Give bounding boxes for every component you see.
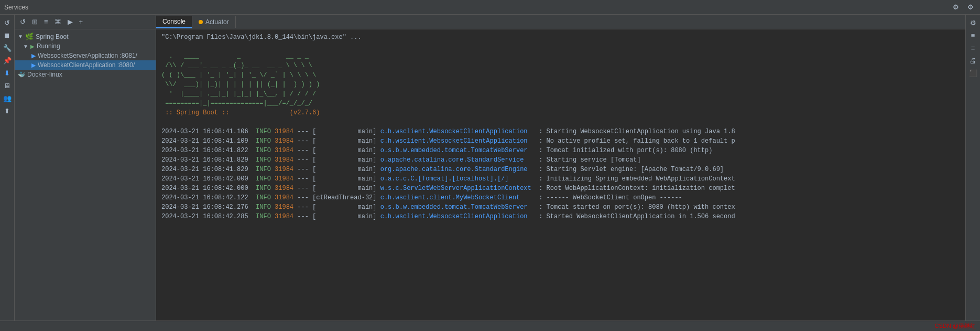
running-label: Running: [37, 42, 60, 50]
server-app-label: WebsocketServerApplication :8081/: [38, 52, 137, 59]
title-bar-right: ⚙ ⚙: [951, 2, 976, 12]
log-line-8: 2024-03-21 16:08:42.122 INFO 31984 --- […: [161, 194, 682, 201]
sidebar-tree: ▼ 🌿 Spring Boot ▼ ▶ Running ▶ WebsocketS…: [15, 29, 156, 321]
restart-btn[interactable]: ↺: [2, 17, 13, 28]
tree-item-springboot[interactable]: ▼ 🌿 Spring Boot: [15, 31, 156, 41]
right-menu-btn[interactable]: ≡: [967, 29, 979, 41]
command-line: "C:\Program Files\Java\jdk1.8.0_144\bin\…: [161, 34, 362, 41]
screen-btn[interactable]: 🖥: [2, 80, 13, 91]
stop-btn[interactable]: ⏹: [2, 29, 13, 41]
tab-console-label: Console: [162, 18, 186, 25]
actuator-dot-icon: [199, 20, 203, 24]
running-arrow: ▼: [23, 44, 28, 49]
run-btn[interactable]: ▶: [66, 17, 75, 27]
log-line-3: 2024-03-21 16:08:41.822 INFO 31984 --- […: [161, 147, 712, 154]
banner-version: :: Spring Boot :: (v2.7.6): [161, 109, 320, 116]
client-app-label: WebsocketClientApplication :8080/: [38, 61, 135, 69]
sidebar-toolbar: ↺ ⊞ ≡ ⌘ ▶ +: [15, 15, 156, 29]
gear-icon-btn[interactable]: ⚙: [965, 2, 976, 12]
group-filter-btn[interactable]: ≡: [42, 17, 50, 27]
right-square-btn[interactable]: ⬛: [967, 67, 979, 79]
title-bar-left: Services: [4, 4, 28, 11]
console-output[interactable]: "C:\Program Files\Java\jdk1.8.0_144\bin\…: [156, 29, 965, 321]
tab-actuator-label: Actuator: [205, 18, 229, 26]
springboot-label: Spring Boot: [36, 33, 69, 40]
tree-item-running[interactable]: ▼ ▶ Running: [15, 41, 156, 51]
right-settings-btn[interactable]: ⚙: [967, 17, 979, 28]
spring-banner: . ____ _ __ _ _ /\\ / ___'_ __ _ _(_)_ _…: [161, 52, 320, 107]
pin-btn[interactable]: 📌: [2, 55, 13, 66]
group-btn[interactable]: 👥: [2, 92, 13, 104]
console-tabs: Console Actuator: [156, 15, 965, 29]
right-toolbar: ⚙ ≡ ≡ 🖨 ⬛: [965, 15, 980, 321]
server-app-icon: ▶: [31, 52, 36, 59]
tree-item-docker[interactable]: 🐳 Docker-linux: [15, 70, 156, 79]
main-layout: ↺ ⏹ 🔧 📌 ⬇ 🖥 👥 ⬆ ↺ ⊞ ≡ ⌘ ▶ + ▼ 🌿 Spring B…: [0, 15, 980, 321]
tab-actuator[interactable]: Actuator: [192, 16, 236, 28]
log-line-5: 2024-03-21 16:08:41.829 INFO 31984 --- […: [161, 166, 724, 173]
title-bar: Services ⚙ ⚙: [0, 0, 980, 15]
springboot-icon: 🌿: [25, 33, 34, 40]
right-lines-btn[interactable]: ≡: [967, 42, 979, 54]
attribution: CSDN @侯继红: [935, 322, 976, 330]
springboot-arrow: ▼: [18, 34, 23, 39]
wrench-btn[interactable]: 🔧: [2, 42, 13, 54]
filter-btn[interactable]: ⌘: [52, 17, 63, 27]
client-app-icon: ▶: [31, 62, 36, 69]
tree-item-server-app[interactable]: ▶ WebsocketServerApplication :8081/: [15, 51, 156, 60]
log-line-4: 2024-03-21 16:08:41.829 INFO 31984 --- […: [161, 156, 641, 164]
tab-console[interactable]: Console: [156, 16, 192, 28]
log-line-1: 2024-03-21 16:08:41.106 INFO 31984 --- […: [161, 128, 735, 135]
upload-btn[interactable]: ⬆: [2, 105, 13, 116]
log-line-9: 2024-03-21 16:08:42.276 INFO 31984 --- […: [161, 204, 735, 211]
docker-icon: 🐳: [18, 71, 25, 78]
right-print-btn[interactable]: 🖨: [967, 55, 979, 66]
expand-all-btn[interactable]: ⊞: [30, 17, 40, 27]
log-line-2: 2024-03-21 16:08:41.109 INFO 31984 --- […: [161, 137, 735, 145]
title-bar-title: Services: [4, 4, 28, 11]
left-toolbar: ↺ ⏹ 🔧 📌 ⬇ 🖥 👥 ⬆: [0, 15, 15, 321]
tree-item-client-app[interactable]: ▶ WebsocketClientApplication :8080/: [15, 60, 156, 70]
log-line-10: 2024-03-21 16:08:42.285 INFO 31984 --- […: [161, 213, 735, 220]
running-icon: ▶: [30, 44, 35, 49]
scroll-down-btn[interactable]: ⬇: [2, 67, 13, 79]
add-btn[interactable]: +: [77, 17, 85, 27]
refresh-btn[interactable]: ↺: [18, 17, 28, 27]
log-line-7: 2024-03-21 16:08:42.000 INFO 31984 --- […: [161, 185, 735, 192]
log-line-6: 2024-03-21 16:08:42.000 INFO 31984 --- […: [161, 175, 735, 183]
console-area: Console Actuator "C:\Program Files\Java\…: [156, 15, 965, 321]
docker-label: Docker-linux: [27, 71, 62, 78]
status-bar: CSDN @侯继红: [0, 321, 980, 331]
sidebar: ↺ ⊞ ≡ ⌘ ▶ + ▼ 🌿 Spring Boot ▼ ▶ Running: [15, 15, 156, 321]
settings-icon-btn[interactable]: ⚙: [951, 2, 961, 12]
